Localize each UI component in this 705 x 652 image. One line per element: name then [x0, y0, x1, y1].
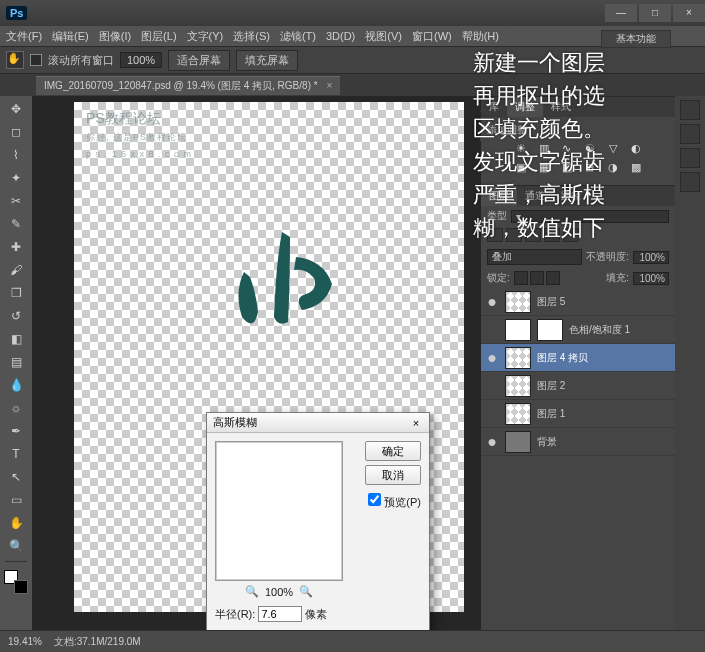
layer-row[interactable]: 图层 1	[481, 400, 675, 428]
opacity-value[interactable]: 100%	[633, 251, 669, 264]
menu-filter[interactable]: 滤镜(T)	[280, 29, 316, 44]
filter-pixel-icon[interactable]	[487, 228, 503, 242]
layer-row[interactable]: ●图层 4 拷贝	[481, 344, 675, 372]
zoom-tool[interactable]: 🔍	[4, 535, 28, 557]
tab-library[interactable]: 库	[481, 97, 507, 117]
menu-layer[interactable]: 图层(L)	[141, 29, 176, 44]
tab-layers[interactable]: 图层	[481, 186, 517, 206]
fit-screen-button[interactable]: 适合屏幕	[168, 50, 230, 71]
zoom-in-icon[interactable]: 🔍	[299, 585, 313, 598]
background-color[interactable]	[14, 580, 28, 594]
menu-window[interactable]: 窗口(W)	[412, 29, 452, 44]
visibility-icon[interactable]: ●	[485, 349, 499, 367]
color-swatch[interactable]	[4, 570, 28, 594]
lasso-tool[interactable]: ⌇	[4, 144, 28, 166]
menu-select[interactable]: 选择(S)	[233, 29, 270, 44]
zoom-out-icon[interactable]: 🔍	[245, 585, 259, 598]
tab-channels[interactable]: 通道	[517, 186, 553, 206]
layer-thumb[interactable]	[505, 291, 531, 313]
color-panel-icon[interactable]	[680, 100, 700, 120]
marquee-tool[interactable]: ◻	[4, 121, 28, 143]
menu-3d[interactable]: 3D(D)	[326, 30, 355, 42]
stamp-tool[interactable]: ❐	[4, 282, 28, 304]
lock-pixels-icon[interactable]	[514, 271, 528, 285]
adj-photo-icon[interactable]: ▦	[536, 160, 551, 175]
blend-mode-select[interactable]: 叠加	[487, 249, 582, 265]
menu-image[interactable]: 图像(I)	[99, 29, 131, 44]
layer-thumb[interactable]	[505, 431, 531, 453]
blur-preview[interactable]	[215, 441, 343, 581]
layer-row[interactable]: 色相/饱和度 1	[481, 316, 675, 344]
menu-view[interactable]: 视图(V)	[365, 29, 402, 44]
swatches-panel-icon[interactable]	[680, 124, 700, 144]
layer-filter[interactable]: ▾	[511, 210, 669, 223]
adj-hue-icon[interactable]: ◐	[628, 141, 643, 156]
tab-adjustments[interactable]: 调整	[507, 97, 543, 117]
pen-tool[interactable]: ✒	[4, 420, 28, 442]
layer-row[interactable]: ●背景	[481, 428, 675, 456]
cancel-button[interactable]: 取消	[365, 465, 421, 485]
adj-exposure-icon[interactable]: ☯	[582, 141, 597, 156]
history-brush-tool[interactable]: ↺	[4, 305, 28, 327]
tab-styles[interactable]: 样式	[543, 97, 579, 117]
fill-screen-button[interactable]: 填充屏幕	[236, 50, 298, 71]
menu-edit[interactable]: 编辑(E)	[52, 29, 89, 44]
adj-channel-icon[interactable]: ◧	[559, 160, 574, 175]
history-panel-icon[interactable]	[680, 148, 700, 168]
adj-curves-icon[interactable]: ∿	[559, 141, 574, 156]
type-tool[interactable]: T	[4, 443, 28, 465]
adj-lookup-icon[interactable]: ⊞	[582, 160, 597, 175]
layer-thumb[interactable]	[505, 403, 531, 425]
scroll-all-checkbox[interactable]	[30, 54, 42, 66]
ok-button[interactable]: 确定	[365, 441, 421, 461]
document-tab[interactable]: IMG_20160709_120847.psd @ 19.4% (图层 4 拷贝…	[36, 76, 340, 95]
menu-file[interactable]: 文件(F)	[6, 29, 42, 44]
menu-help[interactable]: 帮助(H)	[462, 29, 499, 44]
adj-invert-icon[interactable]: ◑	[605, 160, 620, 175]
layer-mask-thumb[interactable]	[537, 319, 563, 341]
visibility-icon[interactable]: ●	[485, 433, 499, 451]
dodge-tool[interactable]: ☼	[4, 397, 28, 419]
fill-value[interactable]: 100%	[633, 272, 669, 285]
layer-row[interactable]: 图层 2	[481, 372, 675, 400]
filter-text-icon[interactable]	[525, 228, 541, 242]
minimize-button[interactable]: —	[605, 4, 637, 22]
tab-paths[interactable]: 路径	[553, 186, 589, 206]
dialog-titlebar[interactable]: 高斯模糊 ×	[207, 413, 429, 433]
close-tab-icon[interactable]: ×	[326, 80, 332, 91]
lock-all-icon[interactable]	[546, 271, 560, 285]
filter-smart-icon[interactable]	[563, 228, 579, 242]
close-button[interactable]: ×	[673, 4, 705, 22]
adj-levels-icon[interactable]: ▥	[536, 141, 551, 156]
adj-vibrance-icon[interactable]: ▽	[605, 141, 620, 156]
eyedropper-tool[interactable]: ✎	[4, 213, 28, 235]
menu-text[interactable]: 文字(Y)	[187, 29, 224, 44]
layer-thumb[interactable]	[505, 347, 531, 369]
gradient-tool[interactable]: ▤	[4, 351, 28, 373]
lock-pos-icon[interactable]	[530, 271, 544, 285]
visibility-icon[interactable]: ●	[485, 293, 499, 311]
filter-shape-icon[interactable]	[544, 228, 560, 242]
layer-thumb[interactable]	[505, 375, 531, 397]
radius-input[interactable]	[258, 606, 302, 622]
filter-adj-icon[interactable]	[506, 228, 522, 242]
blur-tool[interactable]: 💧	[4, 374, 28, 396]
workspace-select[interactable]: 基本功能	[601, 30, 671, 48]
brush-tool[interactable]: 🖌	[4, 259, 28, 281]
eraser-tool[interactable]: ◧	[4, 328, 28, 350]
maximize-button[interactable]: □	[639, 4, 671, 22]
status-zoom[interactable]: 19.41%	[8, 636, 42, 647]
wand-tool[interactable]: ✦	[4, 167, 28, 189]
preview-checkbox[interactable]	[368, 493, 381, 506]
layer-thumb[interactable]	[505, 319, 531, 341]
shape-tool[interactable]: ▭	[4, 489, 28, 511]
adj-bw-icon[interactable]: ▣	[513, 160, 528, 175]
crop-tool[interactable]: ✂	[4, 190, 28, 212]
adj-poster-icon[interactable]: ▩	[628, 160, 643, 175]
layer-row[interactable]: ●图层 5	[481, 288, 675, 316]
hand-tool[interactable]: ✋	[4, 512, 28, 534]
dialog-close-icon[interactable]: ×	[409, 417, 423, 429]
properties-panel-icon[interactable]	[680, 172, 700, 192]
zoom-value[interactable]: 100%	[120, 52, 162, 68]
move-tool[interactable]: ✥	[4, 98, 28, 120]
